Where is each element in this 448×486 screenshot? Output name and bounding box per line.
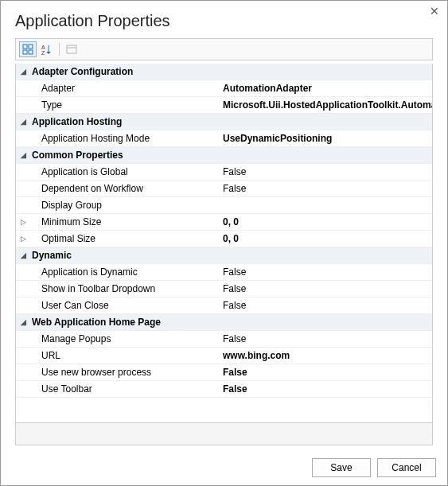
- property-row[interactable]: URLwww.bing.com: [16, 348, 432, 364]
- property-value[interactable]: False: [220, 297, 432, 313]
- save-button[interactable]: Save: [312, 458, 371, 477]
- category-label: Common Properties: [30, 147, 220, 163]
- property-name: Display Group: [30, 197, 220, 213]
- property-value[interactable]: False: [220, 331, 432, 347]
- dialog-footer: Save Cancel: [1, 450, 447, 485]
- property-value[interactable]: 0, 0: [220, 214, 432, 230]
- categorized-button[interactable]: [19, 41, 37, 57]
- property-name: Application is Global: [30, 164, 220, 180]
- property-row[interactable]: Application Hosting ModeUseDynamicPositi…: [16, 130, 432, 147]
- property-row[interactable]: Show in Toolbar DropdownFalse: [16, 281, 432, 297]
- property-value[interactable]: UseDynamicPositioning: [220, 130, 432, 146]
- property-row[interactable]: User Can CloseFalse: [16, 297, 432, 314]
- property-row[interactable]: Application is DynamicFalse: [16, 264, 432, 281]
- gutter-spacer: [16, 164, 30, 180]
- property-row[interactable]: Display Group: [16, 197, 432, 214]
- expand-icon[interactable]: ▷: [16, 231, 30, 247]
- property-name: Application is Dynamic: [30, 264, 220, 280]
- gutter-spacer: [16, 348, 30, 364]
- property-value[interactable]: False: [220, 381, 432, 397]
- property-row[interactable]: AdapterAutomationAdapter: [16, 80, 432, 97]
- property-name: Minimum Size: [30, 214, 220, 230]
- alphabetical-button[interactable]: A Z: [38, 41, 56, 57]
- property-name: Application Hosting Mode: [30, 130, 220, 146]
- property-name: Optimal Size: [30, 231, 220, 247]
- gutter-spacer: [16, 364, 30, 380]
- gutter-spacer: [16, 181, 30, 196]
- property-name: Type: [30, 97, 220, 113]
- property-row[interactable]: Use ToolbarFalse: [16, 381, 432, 398]
- property-row[interactable]: Use new browser processFalse: [16, 364, 432, 381]
- collapse-icon[interactable]: ◢: [16, 147, 30, 163]
- gutter-spacer: [16, 264, 30, 280]
- svg-text:Z: Z: [41, 50, 45, 55]
- property-name: Show in Toolbar Dropdown: [30, 281, 220, 297]
- category-header[interactable]: ◢Web Application Home Page: [16, 314, 432, 331]
- property-value[interactable]: Microsoft.Uii.HostedApplicationToolkit.A…: [220, 97, 432, 113]
- category-label: Adapter Configuration: [30, 64, 220, 80]
- property-row[interactable]: TypeMicrosoft.Uii.HostedApplicationToolk…: [16, 97, 432, 114]
- svg-rect-1: [29, 45, 33, 49]
- category-header[interactable]: ◢Application Hosting: [16, 114, 432, 130]
- svg-rect-0: [23, 45, 27, 49]
- svg-rect-2: [23, 50, 27, 54]
- gutter-spacer: [16, 281, 30, 297]
- property-name: Manage Popups: [30, 331, 220, 347]
- collapse-icon[interactable]: ◢: [16, 314, 30, 330]
- property-row[interactable]: Manage PopupsFalse: [16, 331, 432, 348]
- expand-icon[interactable]: ▷: [16, 214, 30, 230]
- gutter-spacer: [16, 97, 30, 113]
- cancel-button[interactable]: Cancel: [377, 458, 436, 477]
- property-value[interactable]: [220, 197, 432, 213]
- gutter-spacer: [16, 331, 30, 347]
- property-name: User Can Close: [30, 297, 220, 313]
- property-row[interactable]: ▷Minimum Size0, 0: [16, 214, 432, 231]
- gutter-spacer: [16, 381, 30, 397]
- collapse-icon[interactable]: ◢: [16, 64, 30, 80]
- property-name: Use new browser process: [30, 364, 220, 380]
- property-value[interactable]: 0, 0: [220, 231, 432, 247]
- close-icon[interactable]: ✕: [430, 6, 439, 17]
- svg-text:A: A: [41, 45, 45, 50]
- category-label: Dynamic: [30, 247, 220, 263]
- gutter-spacer: [16, 80, 30, 96]
- property-value[interactable]: www.bing.com: [220, 348, 432, 364]
- svg-rect-8: [67, 45, 76, 53]
- property-name: Adapter: [30, 80, 220, 96]
- property-name: Use Toolbar: [30, 381, 220, 397]
- property-name: Dependent on Workflow: [30, 181, 220, 196]
- property-value[interactable]: False: [220, 281, 432, 297]
- gutter-spacer: [16, 130, 30, 146]
- property-grid: ◢Adapter ConfigurationAdapterAutomationA…: [15, 64, 433, 423]
- category-header[interactable]: ◢Common Properties: [16, 147, 432, 164]
- toolbar-separator: [59, 43, 60, 56]
- description-pane: [15, 423, 433, 445]
- gutter-spacer: [16, 197, 30, 213]
- property-name: URL: [30, 348, 220, 364]
- property-value[interactable]: AutomationAdapter: [220, 80, 432, 96]
- property-value[interactable]: False: [220, 364, 432, 380]
- category-header[interactable]: ◢Adapter Configuration: [16, 64, 432, 80]
- property-row[interactable]: Application is GlobalFalse: [16, 164, 432, 181]
- collapse-icon[interactable]: ◢: [16, 247, 30, 263]
- svg-rect-3: [29, 50, 33, 54]
- dialog-title: Application Properties: [1, 1, 447, 38]
- category-label: Web Application Home Page: [30, 314, 220, 330]
- property-row[interactable]: ▷Optimal Size0, 0: [16, 231, 432, 247]
- property-grid-toolbar: A Z: [15, 38, 433, 60]
- collapse-icon[interactable]: ◢: [16, 114, 30, 130]
- category-label: Application Hosting: [30, 114, 220, 130]
- property-pages-button[interactable]: [63, 41, 80, 57]
- category-header[interactable]: ◢Dynamic: [16, 247, 432, 264]
- property-value[interactable]: False: [220, 264, 432, 280]
- property-value[interactable]: False: [220, 164, 432, 180]
- svg-marker-7: [46, 52, 51, 54]
- property-value[interactable]: False: [220, 181, 432, 196]
- gutter-spacer: [16, 297, 30, 313]
- property-row[interactable]: Dependent on WorkflowFalse: [16, 181, 432, 197]
